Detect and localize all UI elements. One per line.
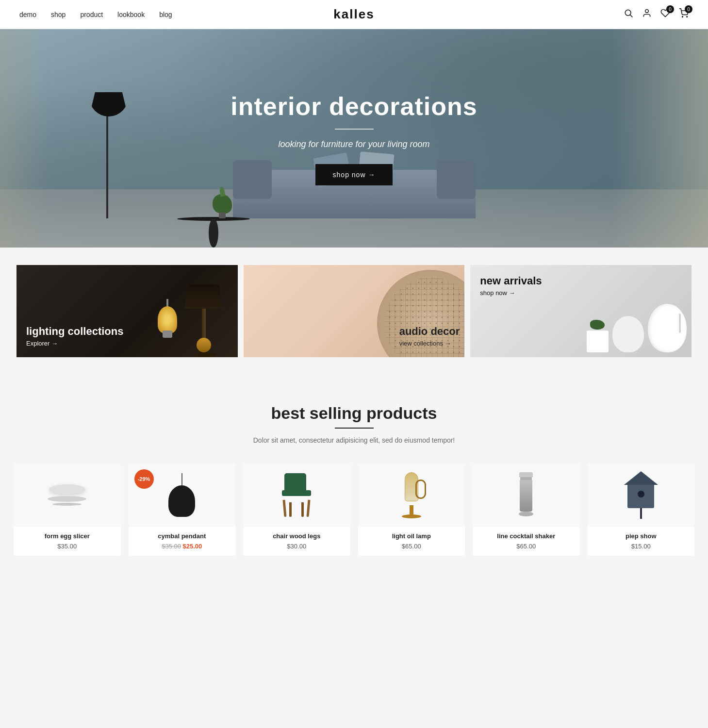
product-name: chair wood legs [249,532,345,540]
nav-links: demo shop product lookbook blog [19,11,172,18]
cat-arrivals-title: new arrivals [480,275,542,287]
nav-blog[interactable]: blog [159,11,172,18]
product-name: cymbal pendant [134,532,230,540]
cart-badge: 0 [685,5,692,13]
birdhouse-shape [624,471,658,519]
nav-product[interactable]: product [80,11,103,18]
product-name: line cocktail shaker [478,532,574,540]
egg-slicer-shape [48,484,86,506]
shaker-shape [519,472,533,518]
cat-audio-text: audio decor view collections → [399,325,460,347]
hero-divider [335,129,374,130]
lamp-shape [397,472,426,518]
search-icon[interactable] [624,8,633,20]
hero-subtitle: looking for furniture for your living ro… [231,139,477,149]
product-price: $30.00 [249,543,345,550]
cat-lighting-link[interactable]: Explorer → [26,340,58,347]
nav-lookbook[interactable]: lookbook [117,11,145,18]
category-arrivals[interactable]: new arrivals shop now → [470,265,692,357]
product-price: $65.00 [364,543,460,550]
categories-section: lighting collections Explorer → audio de… [0,248,708,375]
product-price: $35.00 $25.00 [134,543,230,550]
product-info: piep show $15.00 [588,527,695,556]
product-form-egg-slicer[interactable]: form egg slicer $35.00 [14,463,121,556]
product-info: cymbal pendant $35.00 $25.00 [129,527,236,556]
price-new: $25.00 [183,543,202,550]
svg-line-1 [630,15,633,17]
svg-point-3 [682,17,683,17]
wishlist-icon[interactable]: 0 [660,8,670,20]
product-price: $65.00 [478,543,574,550]
price-old: $35.00 [162,543,181,550]
product-name: form egg slicer [19,532,115,540]
section-title: best selling products [14,404,694,423]
product-light-oil-lamp[interactable]: light oil lamp $65.00 [358,463,465,556]
products-grid: form egg slicer $35.00 -29% cymbal penda… [14,463,694,556]
cat-audio-title: audio decor [399,325,460,338]
product-image [473,463,580,527]
product-image [14,463,121,527]
hero-content: interior decorations looking for furnitu… [231,92,477,185]
product-info: line cocktail shaker $65.00 [473,527,580,556]
product-info: form egg slicer $35.00 [14,527,121,556]
wishlist-badge: 0 [666,5,674,13]
site-logo[interactable]: kalles [333,7,374,22]
product-name: piep show [593,532,689,540]
cart-icon[interactable]: 0 [679,8,689,20]
product-image [588,463,695,527]
section-header: best selling products Dolor sit amet, co… [14,404,694,444]
cat-arrivals-text: new arrivals shop now → [470,265,551,307]
nav-shop[interactable]: shop [51,11,66,18]
discount-badge: -29% [134,469,154,489]
category-audio[interactable]: audio decor view collections → [244,265,465,357]
lamp-decoration [184,280,223,357]
pendant-shape [168,473,195,517]
cat-lighting-title: lighting collections [26,325,123,338]
bulb-decoration [155,299,180,343]
product-cymbal-pendant[interactable]: -29% cymbal pendant $35.00 $25.00 [129,463,236,556]
svg-point-4 [687,17,688,17]
product-name: light oil lamp [364,532,460,540]
user-icon[interactable] [642,8,652,20]
navbar: demo shop product lookbook blog kalles 0 [0,0,708,29]
nav-demo[interactable]: demo [19,11,36,18]
hero-section: interior decorations looking for furnitu… [0,29,708,248]
product-price: $15.00 [593,543,689,550]
nav-icons: 0 0 [624,8,689,20]
cat-audio-link[interactable]: view collections → [399,340,451,347]
product-image [243,463,350,527]
svg-point-0 [625,10,631,16]
bestselling-section: best selling products Dolor sit amet, co… [0,375,708,585]
product-price: $35.00 [19,543,115,550]
product-info: light oil lamp $65.00 [358,527,465,556]
svg-point-2 [645,10,649,13]
product-piep-show[interactable]: piep show $15.00 [588,463,695,556]
hero-title: interior decorations [231,92,477,121]
product-info: chair wood legs $30.00 [243,527,350,556]
cat-arrivals-link[interactable]: shop now → [480,289,515,297]
cat-lighting-text: lighting collections Explorer → [16,315,133,357]
category-lighting[interactable]: lighting collections Explorer → [16,265,238,357]
section-divider [335,428,374,429]
section-subtitle: Dolor sit amet, consectetur adipisicing … [14,436,694,444]
product-chair-wood-legs[interactable]: chair wood legs $30.00 [243,463,350,556]
product-image [358,463,465,527]
product-cocktail-shaker[interactable]: line cocktail shaker $65.00 [473,463,580,556]
chair-shape [280,473,313,517]
vases-decoration [582,299,692,357]
hero-cta-button[interactable]: shop now → [315,164,393,185]
